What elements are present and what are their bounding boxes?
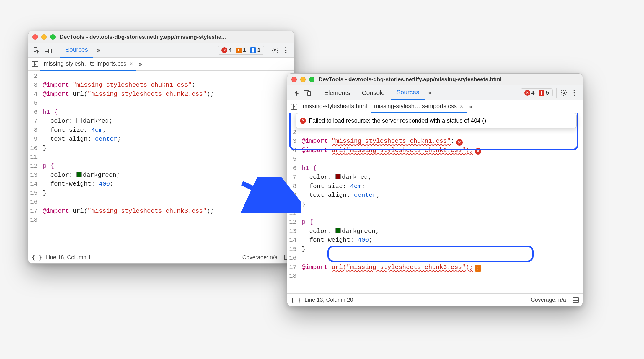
svg-point-6 — [285, 49, 287, 51]
close-tab-icon[interactable]: × — [129, 60, 133, 67]
tab-sources[interactable]: Sources — [60, 43, 93, 58]
svg-point-15 — [563, 92, 565, 94]
maximize-window-icon[interactable] — [309, 77, 314, 82]
device-toggle-icon[interactable] — [43, 45, 54, 56]
coverage-status: Coverage: n/a — [531, 297, 566, 303]
traffic-lights — [291, 77, 314, 82]
inline-error-icon[interactable]: ✕ — [475, 148, 481, 155]
settings-icon[interactable] — [270, 45, 281, 56]
svg-rect-21 — [573, 298, 579, 302]
svg-point-18 — [574, 94, 575, 96]
kebab-menu-icon[interactable] — [569, 87, 580, 98]
navigator-toggle-icon[interactable] — [30, 59, 40, 69]
close-tab-icon[interactable]: × — [460, 103, 463, 110]
inspect-icon[interactable] — [31, 45, 42, 56]
file-tab-css[interactable]: missing-stylesh…ts-imports.css× — [371, 100, 467, 113]
svg-rect-14 — [308, 92, 311, 96]
issue-badge: ❚1 — [248, 47, 262, 54]
inline-error-icon[interactable]: ✕ — [456, 139, 463, 146]
svg-point-16 — [574, 90, 575, 91]
code-content[interactable]: @import "missing-stylesheets-chukn1.css"… — [299, 113, 583, 293]
main-toolbar: Sources » ✕4 1 ❚1 — [28, 43, 294, 58]
inspect-icon[interactable] — [290, 87, 301, 98]
error-badge: ✕4 — [523, 89, 537, 96]
issue-badges[interactable]: ✕4 ❚5 — [521, 88, 553, 97]
tab-sources[interactable]: Sources — [391, 85, 425, 100]
transition-arrow — [236, 177, 301, 213]
file-tabbar: missing-stylesheets.html missing-stylesh… — [287, 100, 583, 113]
svg-point-7 — [285, 52, 287, 53]
issue-badges[interactable]: ✕4 1 ❚1 — [218, 46, 264, 55]
tab-elements[interactable]: Elements — [319, 85, 356, 100]
coverage-status: Coverage: n/a — [242, 254, 278, 261]
issue-icon: ❚ — [250, 47, 256, 53]
svg-point-4 — [274, 49, 276, 51]
titlebar[interactable]: DevTools - devtools-dbg-stories.netlify.… — [287, 74, 583, 85]
sidebar-toggle-icon[interactable] — [573, 297, 579, 303]
error-icon: ✕ — [221, 47, 227, 53]
pretty-print-icon[interactable]: { } — [291, 297, 301, 303]
navigator-toggle-icon[interactable] — [289, 102, 299, 112]
code-editor[interactable]: 23456789101112131415161718 @import "miss… — [28, 71, 294, 251]
svg-rect-3 — [49, 49, 52, 53]
minimize-window-icon[interactable] — [300, 77, 306, 82]
more-file-tabs-icon[interactable]: » — [136, 61, 144, 67]
pretty-print-icon[interactable]: { } — [32, 254, 42, 261]
minimize-window-icon[interactable] — [41, 34, 47, 40]
file-tabbar: missing-stylesh…ts-imports.css× » — [28, 58, 294, 71]
issue-badge: ❚5 — [537, 89, 551, 96]
settings-icon[interactable] — [558, 87, 569, 98]
kebab-menu-icon[interactable] — [281, 45, 291, 56]
cursor-position: Line 13, Column 20 — [304, 297, 353, 303]
more-tabs-icon[interactable]: » — [94, 47, 102, 53]
svg-point-17 — [574, 92, 575, 93]
statusbar: { } Line 13, Column 20 Coverage: n/a — [287, 293, 583, 306]
warning-badge: 1 — [234, 47, 248, 54]
traffic-lights — [32, 34, 56, 40]
error-icon: ✕ — [524, 90, 530, 96]
error-icon: ✕ — [300, 118, 306, 124]
device-toggle-icon[interactable] — [302, 87, 313, 98]
inline-warning-icon[interactable]: ! — [475, 265, 481, 272]
error-badge: ✕4 — [220, 47, 234, 54]
svg-point-5 — [285, 47, 287, 48]
window-title: DevTools - devtools-dbg-stories.netlify.… — [60, 34, 226, 40]
close-window-icon[interactable] — [32, 34, 38, 40]
devtools-window-after: DevTools - devtools-dbg-stories.netlify.… — [287, 73, 583, 306]
main-toolbar: Elements Console Sources » ✕4 ❚5 — [287, 85, 583, 100]
cursor-position: Line 18, Column 1 — [45, 254, 91, 261]
code-editor[interactable]: ✕ Failed to load resource: the server re… — [287, 113, 583, 293]
statusbar: { } Line 18, Column 1 Coverage: n/a — [28, 251, 294, 263]
more-tabs-icon[interactable]: » — [426, 89, 434, 96]
error-tooltip: ✕ Failed to load resource: the server re… — [296, 113, 577, 128]
file-tab-html[interactable]: missing-stylesheets.html — [299, 100, 371, 113]
tab-console[interactable]: Console — [357, 85, 390, 100]
code-content[interactable]: @import "missing-stylesheets-chukn1.css"… — [40, 71, 294, 251]
svg-line-0 — [242, 183, 286, 204]
titlebar[interactable]: DevTools - devtools-dbg-stories.netlify.… — [28, 31, 294, 43]
window-title: DevTools - devtools-dbg-stories.netlify.… — [319, 76, 502, 83]
close-window-icon[interactable] — [291, 77, 297, 82]
maximize-window-icon[interactable] — [50, 34, 56, 40]
file-tab-css[interactable]: missing-stylesh…ts-imports.css× — [40, 58, 136, 71]
issue-icon: ❚ — [539, 90, 544, 96]
line-gutter: 23456789101112131415161718 — [28, 71, 40, 251]
devtools-window-before: DevTools - devtools-dbg-stories.netlify.… — [28, 31, 294, 264]
more-file-tabs-icon[interactable]: » — [467, 103, 475, 110]
warning-icon — [236, 48, 242, 53]
